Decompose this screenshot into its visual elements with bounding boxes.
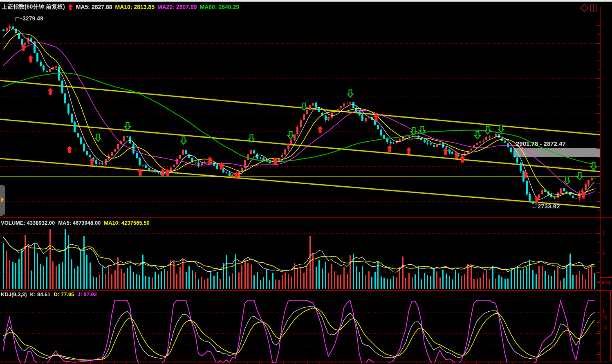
- high-price-annotation: ~3279.49: [16, 15, 43, 22]
- toolbar-icons: [581, 4, 597, 11]
- gap-range-annotation: 2901.78 - 2872.47: [516, 140, 566, 147]
- volume-ma10-readout: MA10: 4237565.50: [104, 220, 149, 226]
- volume-axis-label: 1: [603, 250, 605, 255]
- low-price-annotation: ←2733.92: [531, 203, 560, 210]
- window-top-edge: [0, 0, 612, 2]
- chart-window: 上证指数(60分钟.前复权) MA5: 2827.88 MA10: 2813.8…: [0, 0, 612, 364]
- ma10-readout: MA10: 2813.85: [115, 4, 155, 10]
- volume-axis-label: 1: [603, 230, 605, 235]
- main-chart-header: 上证指数(60分钟.前复权) MA5: 2827.88 MA10: 2813.8…: [2, 3, 239, 11]
- trend-up-icon: [68, 4, 73, 10]
- ma60-readout: MA60: 2840.29: [200, 4, 240, 10]
- high-pointer-icon: [16, 17, 19, 21]
- diamond-icon[interactable]: [580, 4, 589, 12]
- volume-pane-header: VOLUME: 4338932.00 MA5: 4673948.00 MA10:…: [1, 220, 150, 226]
- volume-readout: VOLUME: 4338932.00: [1, 220, 55, 226]
- kdj-j-readout: J: 97.92: [77, 291, 97, 297]
- volume-scale-label: X10: [601, 280, 610, 286]
- symbol-title: 上证指数(60分钟.前复权): [2, 3, 65, 11]
- sidebar-expand-tab[interactable]: [0, 185, 5, 216]
- kdj-axis-label: 5: [604, 325, 607, 330]
- kdj-axis-label: 5: [604, 315, 607, 320]
- expand-arrow-icon: [1, 197, 4, 203]
- kdj-axis-label: 1: [602, 308, 605, 313]
- ma5-readout: MA5: 2827.88: [76, 4, 112, 10]
- kdj-title: KDJ(9,3,3): [1, 291, 27, 297]
- ma20-readout: MA20: 2807.99: [157, 4, 197, 10]
- kdj-pane-header: KDJ(9,3,3) K: 84.61 D: 77.95 J: 97.92: [1, 291, 97, 297]
- split-window-icon[interactable]: [590, 4, 597, 11]
- kdj-d-readout: D: 77.95: [54, 291, 74, 297]
- kdj-k-readout: K: 84.61: [30, 291, 51, 297]
- chart-canvas[interactable]: [0, 0, 612, 364]
- volume-ma5-readout: MA5: 4673948.00: [58, 220, 101, 226]
